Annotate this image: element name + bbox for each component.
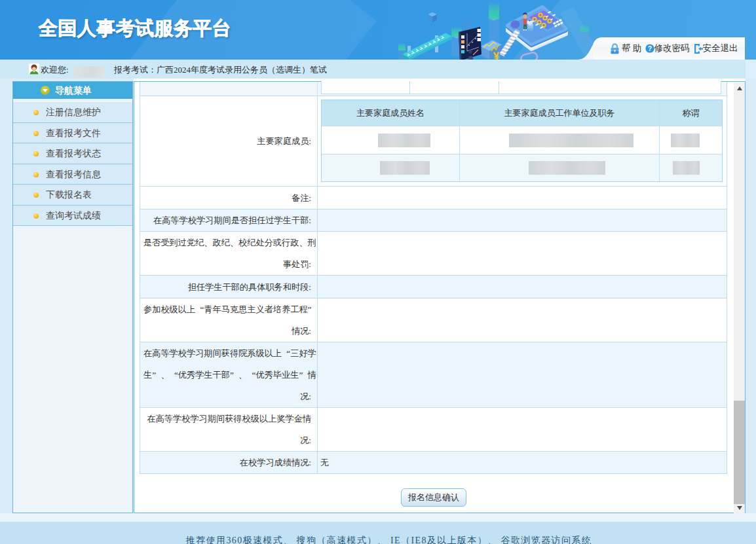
svg-text:?: ? bbox=[647, 45, 651, 52]
